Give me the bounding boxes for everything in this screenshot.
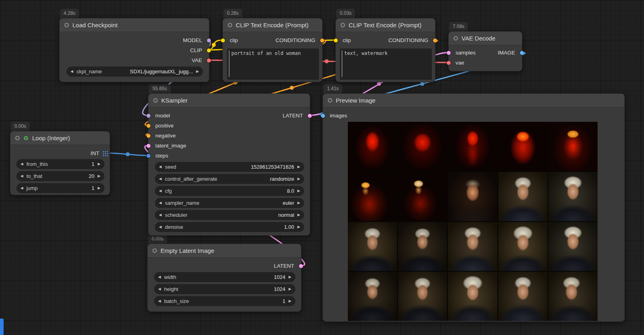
denoise-widget[interactable]: ◀ denoise 1.00 ▶ bbox=[155, 222, 304, 232]
node-ksampler[interactable]: KSampler model positive negative latent_… bbox=[148, 93, 310, 236]
collapse-dot[interactable] bbox=[15, 136, 20, 140]
input-slot-clip: clip bbox=[223, 36, 238, 44]
preview-image-cell bbox=[548, 172, 598, 221]
node-title-bar[interactable]: CLIP Text Encode (Prompt) bbox=[336, 18, 435, 32]
input-port-vae[interactable] bbox=[447, 61, 451, 65]
widget-left-arrow[interactable]: ◀ bbox=[158, 275, 161, 279]
widget-left-arrow[interactable]: ◀ bbox=[158, 299, 161, 303]
scheduler-widget[interactable]: ◀ scheduler normal ▶ bbox=[155, 210, 304, 220]
control-after-generate-widget[interactable]: ◀ control_after_generate randomize ▶ bbox=[155, 174, 304, 184]
node-preview-image[interactable]: Preview Image images bbox=[323, 93, 625, 322]
preview-image-cell bbox=[398, 272, 447, 321]
widget-left-arrow[interactable]: ◀ bbox=[159, 177, 162, 181]
node-title-bar[interactable]: Preview Image bbox=[323, 94, 624, 107]
node-title-bar[interactable]: ♻ Loop (Integer) bbox=[10, 131, 110, 145]
widget-right-arrow[interactable]: ▶ bbox=[289, 275, 291, 279]
jump-widget[interactable]: ◀ jump 1 ▶ bbox=[16, 183, 104, 193]
port-label: MODEL bbox=[183, 37, 202, 43]
widget-name: denoise bbox=[165, 224, 183, 230]
widget-right-arrow[interactable]: ▶ bbox=[196, 70, 199, 73]
output-port-latent[interactable] bbox=[299, 264, 303, 268]
node-title-bar[interactable]: KSampler bbox=[148, 94, 310, 107]
width-widget[interactable]: ◀ width 1024 ▶ bbox=[154, 272, 295, 282]
height-widget[interactable]: ◀ height 1024 ▶ bbox=[154, 284, 295, 294]
input-port-images[interactable] bbox=[321, 114, 325, 118]
node-title-bar[interactable]: Load Checkpoint bbox=[60, 18, 209, 32]
offscreen-node-fragment[interactable] bbox=[0, 319, 4, 335]
cfg-widget[interactable]: ◀ cfg 8.0 ▶ bbox=[155, 186, 304, 196]
from-this-widget[interactable]: ◀ from_this 1 ▶ bbox=[16, 159, 104, 169]
widget-right-arrow[interactable]: ▶ bbox=[297, 165, 300, 169]
widget-left-arrow[interactable]: ◀ bbox=[70, 70, 73, 73]
widget-right-arrow[interactable]: ▶ bbox=[98, 174, 100, 178]
ckpt-name-widget[interactable]: ◀ ckpt_name SDXL/juggernautXL_jugg... ▶ bbox=[66, 67, 203, 77]
widget-left-arrow[interactable]: ◀ bbox=[159, 189, 162, 193]
output-port-image[interactable] bbox=[520, 51, 524, 55]
output-slot-latent: LATENT bbox=[283, 112, 310, 120]
output-port-latent[interactable] bbox=[308, 114, 312, 118]
output-port-model[interactable] bbox=[207, 38, 211, 42]
collapse-dot[interactable] bbox=[228, 23, 232, 27]
node-title-bar[interactable]: CLIP Text Encode (Prompt) bbox=[223, 18, 322, 32]
node-title-bar[interactable]: VAE Decode bbox=[449, 32, 522, 45]
widget-right-arrow[interactable]: ▶ bbox=[289, 299, 291, 303]
input-port-negative[interactable] bbox=[146, 134, 150, 138]
input-port-positive[interactable] bbox=[146, 124, 150, 128]
widget-right-arrow[interactable]: ▶ bbox=[297, 201, 300, 205]
input-slot-samples: samples bbox=[449, 49, 475, 57]
node-load-checkpoint[interactable]: Load Checkpoint MODEL CLIP VAE ◀ ckpt_na… bbox=[59, 18, 209, 82]
widget-left-arrow[interactable]: ◀ bbox=[158, 287, 161, 291]
to-that-widget[interactable]: ◀ to_that 20 ▶ bbox=[16, 171, 104, 181]
node-loop-integer[interactable]: ♻ Loop (Integer) INT ◀ from_this 1 ▶ ◀ t… bbox=[10, 131, 110, 195]
widget-right-arrow[interactable]: ▶ bbox=[98, 162, 100, 166]
output-port-conditioning[interactable] bbox=[433, 38, 437, 42]
widget-right-arrow[interactable]: ▶ bbox=[98, 186, 100, 190]
input-port-model[interactable] bbox=[146, 114, 150, 118]
port-label: IMAGE bbox=[498, 50, 515, 56]
collapse-dot[interactable] bbox=[328, 98, 332, 103]
seed-widget[interactable]: ◀ seed 152861253471626 ▶ bbox=[155, 162, 304, 172]
widget-right-arrow[interactable]: ▶ bbox=[297, 189, 300, 193]
widget-name: from_this bbox=[26, 161, 48, 167]
input-port-latent-image[interactable] bbox=[146, 144, 150, 148]
input-port-steps[interactable] bbox=[146, 154, 150, 158]
widget-left-arrow[interactable]: ◀ bbox=[20, 162, 23, 166]
preview-image-cell bbox=[548, 122, 598, 171]
widget-left-arrow[interactable]: ◀ bbox=[20, 174, 23, 178]
widget-left-arrow[interactable]: ◀ bbox=[159, 213, 162, 217]
node-vae-decode[interactable]: VAE Decode samples vae IMAGE bbox=[448, 31, 522, 71]
widget-value: 1 bbox=[192, 298, 285, 304]
widget-value: 152861253471626 bbox=[179, 164, 294, 170]
batch-size-widget[interactable]: ◀ batch_size 1 ▶ bbox=[154, 296, 295, 306]
node-title-bar[interactable]: Empty Latent Image bbox=[148, 244, 301, 258]
prompt-textarea[interactable]: portrait of an old woman bbox=[227, 48, 319, 80]
widget-left-arrow[interactable]: ◀ bbox=[20, 186, 23, 190]
widget-right-arrow[interactable]: ▶ bbox=[289, 287, 291, 291]
widget-left-arrow[interactable]: ◀ bbox=[159, 225, 162, 229]
output-port-vae[interactable] bbox=[207, 59, 211, 63]
node-clip-text-encode-negative[interactable]: CLIP Text Encode (Prompt) clip CONDITION… bbox=[335, 18, 435, 82]
sampler-name-widget[interactable]: ◀ sampler_name euler ▶ bbox=[155, 198, 304, 208]
output-port-conditioning[interactable] bbox=[320, 38, 324, 42]
collapse-dot[interactable] bbox=[152, 248, 157, 253]
widget-left-arrow[interactable]: ◀ bbox=[159, 201, 162, 205]
collapse-dot[interactable] bbox=[453, 36, 458, 40]
input-port-clip[interactable] bbox=[334, 38, 338, 42]
timing-badge: 0.00s bbox=[11, 122, 30, 131]
widget-right-arrow[interactable]: ▶ bbox=[297, 213, 300, 217]
collapse-dot[interactable] bbox=[341, 23, 345, 27]
node-graph-canvas[interactable]: 4.28s 0.26s 0.03s 7.08s 55.65s 0.00s 1.4… bbox=[0, 0, 644, 335]
output-port-clip[interactable] bbox=[207, 48, 211, 52]
widget-left-arrow[interactable]: ◀ bbox=[159, 165, 162, 169]
widget-name: scheduler bbox=[165, 212, 187, 218]
prompt-textarea[interactable]: text, watermark bbox=[340, 48, 432, 80]
collapse-dot[interactable] bbox=[153, 98, 158, 103]
node-empty-latent-image[interactable]: Empty Latent Image LATENT ◀ width 1024 ▶… bbox=[147, 244, 301, 312]
collapse-dot[interactable] bbox=[64, 23, 69, 27]
node-clip-text-encode-positive[interactable]: CLIP Text Encode (Prompt) clip CONDITION… bbox=[223, 18, 323, 82]
widget-right-arrow[interactable]: ▶ bbox=[297, 225, 300, 229]
widget-right-arrow[interactable]: ▶ bbox=[297, 177, 300, 181]
input-port-samples[interactable] bbox=[447, 51, 451, 55]
input-port-clip[interactable] bbox=[221, 38, 225, 42]
int-grid-icon[interactable] bbox=[102, 151, 108, 157]
